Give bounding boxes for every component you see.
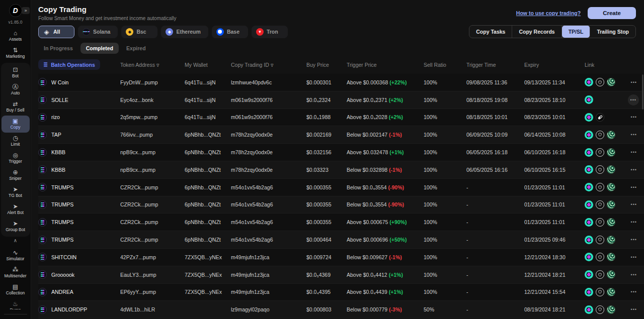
column-header-token-address[interactable]: Token Address∇ (120, 62, 185, 68)
sidebar-item-alert-bot[interactable]: ➤Alert Bot (2, 201, 30, 218)
chain-tab-ethereum[interactable]: ◆Ethereum (161, 26, 208, 38)
teal-link-icon[interactable] (585, 113, 593, 122)
batch-operations-button[interactable]: ≣ Batch Operations (38, 59, 100, 70)
row-more-button[interactable]: ••• (629, 288, 639, 296)
pill-link-icon[interactable] (596, 113, 604, 122)
sidebar-item-trigger[interactable]: ◎Trigger (2, 150, 30, 167)
app-logo[interactable]: D (9, 4, 22, 17)
sphere-link-icon[interactable] (607, 183, 615, 191)
teal-link-icon[interactable] (585, 78, 593, 86)
table-row[interactable]: W Coin FyyDnW...pump 6q41Tu...sijN lzmhw… (38, 74, 644, 91)
table-row[interactable]: LANDLORDPP 4dWL1b...hiLR lz9magyl02paqo … (38, 301, 644, 318)
sphere-link-icon[interactable] (607, 253, 615, 261)
shield-link-icon[interactable] (596, 200, 604, 209)
table-row[interactable]: SOLLE Eyc4oz...bonk 6q41Tu...sijN m061w9… (38, 91, 644, 109)
row-more-button[interactable]: ••• (629, 78, 639, 86)
row-more-button[interactable]: ••• (629, 166, 639, 174)
teal-link-icon[interactable] (585, 131, 593, 139)
teal-link-icon[interactable] (585, 165, 593, 174)
sphere-link-icon[interactable] (607, 78, 615, 86)
shield-link-icon[interactable] (596, 305, 604, 314)
table-row[interactable]: ANDREA EP6yyY...pump 7ZX5QB...yNEx m49mj… (38, 284, 644, 301)
view-tab-copy-records[interactable]: Copy Records (512, 26, 561, 38)
shield-link-icon[interactable] (596, 253, 604, 261)
table-row[interactable]: TRUMPS CZR2Ck...pump 6pNBhb...QNZt m54o1… (38, 179, 644, 196)
row-more-button[interactable]: ••• (629, 253, 639, 261)
table-row[interactable]: rizo 2q5mpw...pump 6q41Tu...sijN m061w9s… (38, 109, 644, 127)
sidebar-item-limit[interactable]: ◷Limit (2, 133, 30, 150)
column-header-copy-trading-id[interactable]: Copy Trading ID∇ (231, 62, 306, 68)
sphere-link-icon[interactable] (607, 236, 615, 244)
row-more-button[interactable]: ••• (629, 218, 639, 226)
sidebar-item-multisender[interactable]: ⁂Multisender (2, 264, 30, 281)
sidebar-item-pump[interactable]: ♨Pump (2, 298, 30, 309)
sidebar-item-collection[interactable]: ▤Collection (2, 281, 30, 298)
row-more-button[interactable]: ••• (629, 305, 639, 313)
teal-link-icon[interactable] (585, 183, 593, 191)
sphere-link-icon[interactable] (607, 200, 615, 209)
shield-link-icon[interactable] (596, 183, 604, 191)
scrollbar-thumb[interactable] (642, 74, 643, 110)
chain-tab-tron[interactable]: ▼Tron (252, 26, 288, 38)
row-more-button[interactable]: ••• (629, 271, 639, 279)
shield-link-icon[interactable] (596, 78, 604, 86)
sidebar-item-tg-bot[interactable]: ➤TG Bot (2, 184, 30, 201)
teal-link-icon[interactable] (585, 218, 593, 227)
shield-link-icon[interactable] (596, 236, 604, 244)
teal-link-icon[interactable] (585, 148, 593, 157)
filter-funnel-icon[interactable]: ∇ (156, 63, 159, 68)
table-row[interactable]: SHITCOIN 42PZx7...pump 7ZX5QB...yNEx m49… (38, 249, 644, 266)
shield-link-icon[interactable] (596, 288, 604, 296)
shield-link-icon[interactable] (596, 148, 604, 157)
sphere-link-icon[interactable] (607, 305, 615, 314)
create-button[interactable]: Create (588, 7, 636, 19)
row-more-button[interactable]: ••• (628, 94, 639, 105)
sidebar-collapse-caret[interactable]: ∧ (14, 237, 17, 245)
status-tab-in-progress[interactable]: In Progress (38, 43, 78, 54)
table-row[interactable]: TRUMPS CZR2Ck...pump 6pNBhb...QNZt m54o1… (38, 196, 644, 214)
teal-link-icon[interactable] (585, 95, 593, 104)
row-more-button[interactable]: ••• (629, 183, 639, 191)
row-more-button[interactable]: ••• (629, 236, 639, 244)
table-row[interactable]: TRUMPS CZR2Ck...pump 6pNBhb...QNZt m54o1… (38, 214, 644, 231)
status-tab-completed[interactable]: Completed (80, 43, 119, 54)
sphere-link-icon[interactable] (607, 148, 615, 157)
row-more-button[interactable]: ••• (629, 131, 639, 139)
sidebar-item-auto[interactable]: ⒶAuto (2, 81, 30, 98)
help-link[interactable]: How to use copy trading? (516, 10, 581, 16)
teal-link-icon[interactable] (585, 200, 593, 209)
teal-link-icon[interactable] (585, 305, 593, 314)
sidebar-expand-button[interactable]: » (22, 7, 30, 14)
teal-link-icon[interactable] (585, 236, 593, 244)
table-row[interactable]: TAP 766ivv...pump 6pNBhb...QNZt m78h2zqy… (38, 126, 644, 144)
view-tab-tp-sl[interactable]: TP/SL (562, 26, 591, 38)
shield-link-icon[interactable] (596, 270, 604, 279)
row-more-button[interactable]: ••• (629, 148, 639, 156)
table-row[interactable]: TRUMPS CZR2Ck...pump 6pNBhb...QNZt m54o1… (38, 231, 644, 249)
row-more-button[interactable]: ••• (629, 200, 639, 208)
table-row[interactable]: KBBB npB9cx...pump 6pNBhb...QNZt m78h2zq… (38, 161, 644, 179)
chain-tab-solana[interactable]: Solana (78, 26, 118, 38)
table-row[interactable]: KBBB npB9cx...pump 6pNBhb...QNZt m78h2zq… (38, 144, 644, 161)
chain-tab-all[interactable]: ◈All (38, 26, 74, 38)
filter-funnel-icon[interactable]: ∇ (271, 63, 273, 68)
status-tab-expired[interactable]: Expired (121, 43, 151, 54)
sidebar-item-sniper[interactable]: ⊕Sniper (2, 167, 30, 184)
view-tab-copy-tasks[interactable]: Copy Tasks (469, 26, 512, 38)
sphere-link-icon[interactable] (607, 218, 615, 227)
sphere-link-icon[interactable] (607, 165, 615, 174)
sidebar-item-copy[interactable]: ▣Copy (2, 116, 30, 133)
view-tab-trailing-stop[interactable]: Trailing Stop (590, 26, 635, 38)
chain-tab-bsc[interactable]: ◆Bsc (121, 26, 157, 38)
sidebar-item-marketing[interactable]: ⇅Marketing (2, 45, 30, 62)
teal-link-icon[interactable] (585, 253, 593, 261)
sphere-link-icon[interactable] (607, 288, 615, 296)
sidebar-item-assets[interactable]: ⌂Assets (2, 28, 30, 45)
teal-link-icon[interactable] (585, 288, 593, 296)
chain-tab-base[interactable]: Base (212, 26, 248, 38)
teal-link-icon[interactable] (585, 270, 593, 279)
sidebar-item-buy-sell[interactable]: ⇄Buy / Sell (2, 98, 30, 116)
sidebar-item-group-bot[interactable]: ➤Group Bot (2, 218, 30, 235)
shield-link-icon[interactable] (596, 131, 604, 139)
row-more-button[interactable]: ••• (629, 113, 639, 121)
